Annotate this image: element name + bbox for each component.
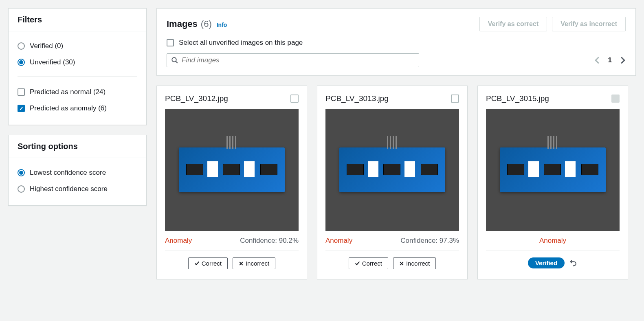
- filter-label: Verified (0): [30, 42, 63, 50]
- card-filename: PCB_LV_3015.jpg: [486, 94, 549, 103]
- close-icon: [399, 261, 404, 266]
- sorting-label: Lowest confidence score: [30, 169, 106, 177]
- info-link[interactable]: Info: [217, 22, 227, 28]
- filter-checkbox-prediction[interactable]: Predicted as anomaly (6): [18, 100, 137, 117]
- card-filename: PCB_LV_3013.jpg: [325, 94, 389, 103]
- svg-point-0: [172, 57, 176, 62]
- card-checkbox[interactable]: [290, 95, 299, 103]
- sorting-title: Sorting options: [18, 142, 137, 151]
- filter-label: Unverified (30): [30, 58, 75, 66]
- card-checkbox[interactable]: [611, 95, 620, 103]
- image-card: PCB_LV_3015.jpg Anomaly Verified: [477, 86, 628, 279]
- filter-radio-verification[interactable]: Unverified (30): [18, 54, 137, 70]
- checkbox-icon: [18, 88, 25, 96]
- sorting-radio[interactable]: Highest confidence score: [18, 181, 137, 197]
- confidence-label: Confidence: 90.2%: [240, 237, 299, 245]
- mark-incorrect-button[interactable]: Incorrect: [393, 257, 436, 269]
- images-count: (6): [201, 19, 212, 29]
- status-label: Anomaly: [325, 237, 352, 245]
- button-label: Incorrect: [246, 260, 269, 267]
- search-input[interactable]: [182, 56, 415, 64]
- card-image[interactable]: [486, 109, 620, 231]
- sorting-label: Highest confidence score: [30, 185, 108, 193]
- verify-incorrect-button[interactable]: Verify as incorrect: [552, 17, 626, 31]
- mark-incorrect-button[interactable]: Incorrect: [233, 257, 275, 269]
- select-all-checkbox[interactable]: [167, 39, 174, 46]
- images-title: Images: [167, 19, 198, 29]
- card-image[interactable]: [165, 109, 299, 231]
- chevron-left-icon: [594, 56, 600, 64]
- sorting-radio[interactable]: Lowest confidence score: [18, 165, 137, 181]
- image-card: PCB_LV_3013.jpg AnomalyConfidence: 97.3%…: [317, 86, 468, 279]
- radio-icon: [18, 169, 25, 176]
- close-icon: [239, 261, 244, 266]
- check-icon: [355, 261, 360, 266]
- select-all-label: Select all unverified images on this pag…: [179, 39, 303, 47]
- status-label: Anomaly: [165, 237, 192, 245]
- checkbox-icon: [18, 105, 25, 112]
- sorting-panel: Sorting options Lowest confidence scoreH…: [8, 135, 147, 206]
- status-label: Anomaly: [539, 237, 566, 245]
- radio-icon: [18, 185, 25, 193]
- button-label: Correct: [362, 260, 382, 267]
- images-panel: Images (6) Info Verify as correct Verify…: [156, 8, 636, 76]
- verified-badge: Verified: [528, 257, 565, 268]
- button-label: Correct: [202, 260, 222, 267]
- radio-icon: [18, 42, 25, 50]
- filters-title: Filters: [18, 15, 137, 24]
- button-label: Incorrect: [406, 260, 430, 267]
- pager-page-number: 1: [608, 56, 612, 64]
- search-icon: [171, 57, 178, 64]
- image-card: PCB_LV_3012.jpg AnomalyConfidence: 90.2%…: [156, 86, 307, 279]
- filters-panel: Filters Verified (0)Unverified (30) Pred…: [8, 8, 147, 125]
- card-image[interactable]: [325, 109, 459, 231]
- filter-checkbox-prediction[interactable]: Predicted as normal (24): [18, 84, 137, 100]
- chevron-right-icon: [620, 56, 626, 64]
- pager-prev[interactable]: [594, 56, 600, 64]
- mark-correct-button[interactable]: Correct: [349, 257, 388, 269]
- filter-label: Predicted as normal (24): [30, 88, 106, 96]
- card-checkbox[interactable]: [451, 95, 459, 103]
- confidence-label: Confidence: 97.3%: [400, 237, 459, 245]
- check-icon: [194, 261, 200, 266]
- verification-filter-group: Verified (0)Unverified (30): [18, 38, 137, 70]
- search-box[interactable]: [167, 53, 419, 67]
- undo-button[interactable]: [569, 258, 578, 268]
- pager-next[interactable]: [620, 56, 626, 64]
- mark-correct-button[interactable]: Correct: [188, 257, 228, 269]
- pager: 1: [594, 56, 626, 64]
- filter-radio-verification[interactable]: Verified (0): [18, 38, 137, 54]
- radio-icon: [18, 59, 25, 66]
- undo-icon: [569, 258, 578, 266]
- filter-label: Predicted as anomaly (6): [30, 104, 107, 112]
- prediction-filter-group: Predicted as normal (24)Predicted as ano…: [18, 76, 137, 117]
- verify-correct-button[interactable]: Verify as correct: [479, 17, 547, 31]
- svg-line-1: [176, 61, 178, 63]
- card-filename: PCB_LV_3012.jpg: [165, 94, 228, 103]
